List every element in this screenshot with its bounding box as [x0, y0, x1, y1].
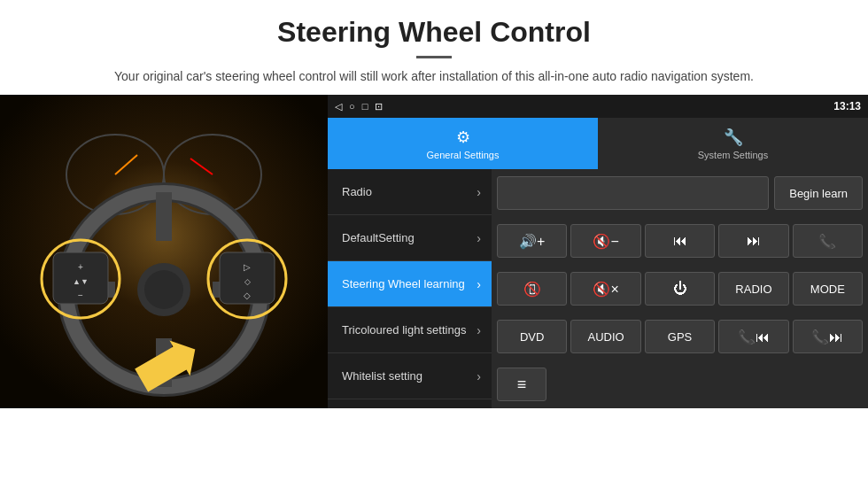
volume-down-button[interactable]: 🔇− [570, 224, 640, 258]
home-icon[interactable]: ○ [349, 101, 355, 112]
page-header: Steering Wheel Control Your original car… [0, 0, 868, 95]
radio-label: RADIO [735, 283, 771, 296]
begin-learn-row: Begin learn [492, 169, 868, 217]
svg-text:▷: ▷ [244, 262, 251, 272]
status-bar: ◁ ○ □ ⊡ 13:13 [328, 95, 868, 118]
power-icon: ⏻ [673, 281, 687, 297]
extra-controls-row: ≡ [492, 360, 868, 408]
menu-item-steering-wheel[interactable]: Steering Wheel learning › [328, 261, 492, 307]
skip-back-icon: ⏮ [673, 233, 687, 249]
phone-answer-button[interactable]: 📞 [793, 224, 863, 258]
svg-text:▲▼: ▲▼ [73, 277, 89, 286]
dvd-button[interactable]: DVD [497, 320, 567, 353]
page-description: Your original car's steering wheel contr… [35, 67, 833, 86]
tab-general-settings[interactable]: ⚙ General Settings [328, 118, 598, 169]
menu-tricoloured-label: Tricoloured light settings [342, 323, 466, 337]
volume-up-icon: 🔊+ [519, 233, 545, 250]
call-next-icon: 📞⏭ [811, 329, 843, 345]
tab-bar: ⚙ General Settings 🔧 System Settings [328, 118, 868, 169]
head-unit: ◁ ○ □ ⊡ 13:13 ⚙ General Settings 🔧 Syste… [328, 95, 868, 408]
call-next-button[interactable]: 📞⏭ [793, 320, 863, 353]
volume-down-icon: 🔇− [593, 233, 618, 250]
skip-forward-icon: ⏭ [747, 233, 761, 249]
mode-button[interactable]: MODE [793, 272, 863, 306]
prev-track-button[interactable]: ⏮ [645, 224, 715, 258]
menu-steering-label: Steering Wheel learning [342, 277, 465, 290]
content-area: Radio › DefaultSetting › Steering Wheel … [328, 169, 868, 408]
audio-label: AUDIO [588, 330, 624, 344]
steering-wheel-svg: + ▲▼ − ▷ ◇ ◇ [0, 95, 328, 408]
status-time: 13:13 [833, 100, 861, 112]
mode-label: MODE [810, 283, 845, 296]
key-input-field[interactable] [497, 176, 769, 210]
menu-item-whitelist[interactable]: Whitelist setting › [328, 353, 492, 399]
gps-label: GPS [668, 330, 692, 344]
gps-button[interactable]: GPS [645, 320, 715, 353]
back-icon[interactable]: ◁ [335, 101, 342, 112]
call-prev-button[interactable]: 📞⏮ [718, 320, 788, 353]
next-track-button[interactable]: ⏭ [718, 224, 788, 258]
page-title: Steering Wheel Control [35, 16, 833, 49]
title-divider [416, 56, 452, 58]
chevron-right-icon: › [477, 231, 481, 245]
menu-item-default-setting[interactable]: DefaultSetting › [328, 215, 492, 261]
main-content: + ▲▼ − ▷ ◇ ◇ ◁ ○ □ ⊡ 13: [0, 95, 868, 408]
chevron-right-icon: › [477, 277, 481, 291]
power-button[interactable]: ⏻ [645, 272, 715, 306]
tab-system-settings[interactable]: 🔧 System Settings [598, 118, 868, 169]
source-controls-row: DVD AUDIO GPS 📞⏮ 📞⏭ [492, 313, 868, 360]
hang-up-button[interactable]: 📵 [497, 272, 567, 306]
media-controls-row: 🔊+ 🔇− ⏮ ⏭ 📞 [492, 217, 868, 265]
svg-point-12 [144, 270, 183, 309]
dvd-label: DVD [520, 330, 544, 344]
recent-icon[interactable]: □ [362, 101, 368, 112]
chevron-right-icon: › [477, 323, 481, 337]
radio-button[interactable]: RADIO [718, 272, 788, 306]
menu-item-radio[interactable]: Radio › [328, 169, 492, 215]
svg-text:◇: ◇ [244, 290, 251, 300]
audio-button[interactable]: AUDIO [570, 320, 640, 353]
general-settings-icon: ⚙ [456, 128, 470, 147]
controls-panel: Begin learn 🔊+ 🔇− ⏮ ⏭ [492, 169, 868, 408]
tab-general-label: General Settings [427, 150, 500, 160]
menu-default-label: DefaultSetting [342, 231, 415, 244]
chevron-right-icon: › [477, 369, 481, 383]
menu-icon[interactable]: ⊡ [375, 101, 383, 112]
svg-text:◇: ◇ [244, 277, 251, 286]
svg-text:−: − [78, 290, 83, 300]
menu-radio-label: Radio [342, 185, 372, 198]
mute-icon: 🔇× [593, 281, 618, 298]
call-prev-icon: 📞⏮ [738, 329, 770, 345]
left-menu: Radio › DefaultSetting › Steering Wheel … [328, 169, 492, 408]
mute-button[interactable]: 🔇× [570, 272, 640, 306]
extra-icon-button[interactable]: ≡ [497, 368, 546, 401]
volume-up-button[interactable]: 🔊+ [497, 224, 567, 258]
phone-controls-row: 📵 🔇× ⏻ RADIO MODE [492, 265, 868, 313]
car-image: + ▲▼ − ▷ ◇ ◇ [0, 95, 328, 408]
begin-learn-button[interactable]: Begin learn [774, 176, 863, 210]
system-settings-icon: 🔧 [724, 128, 743, 147]
list-icon: ≡ [517, 375, 527, 394]
status-bar-nav-icons: ◁ ○ □ ⊡ [335, 101, 383, 112]
svg-text:+: + [78, 262, 83, 272]
menu-item-tricoloured[interactable]: Tricoloured light settings › [328, 307, 492, 353]
menu-whitelist-label: Whitelist setting [342, 369, 422, 383]
tab-system-label: System Settings [698, 150, 768, 160]
hang-up-icon: 📵 [523, 281, 541, 298]
phone-icon: 📞 [818, 233, 836, 250]
chevron-right-icon: › [477, 185, 481, 199]
